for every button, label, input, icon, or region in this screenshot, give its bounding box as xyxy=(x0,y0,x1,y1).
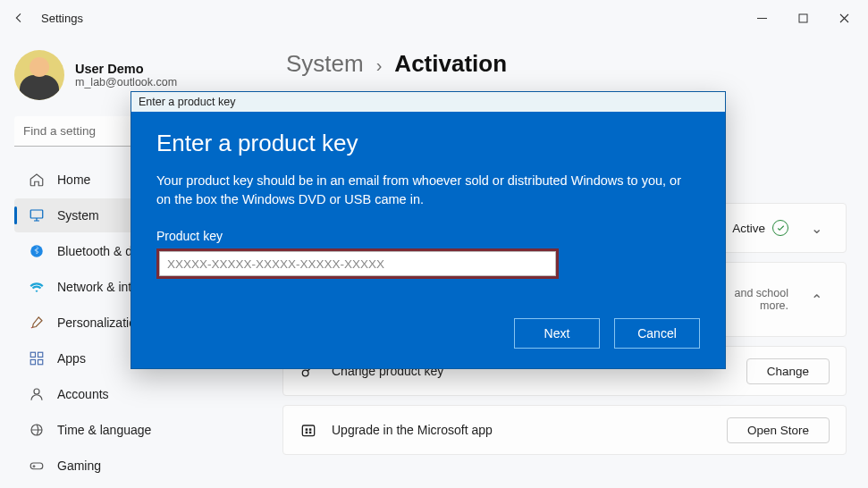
enter-product-key-dialog: Enter a product key Enter a product key … xyxy=(131,91,726,369)
settings-window: Settings User Demo m_lab@outlook.com xyxy=(0,0,868,488)
open-store-button[interactable]: Open Store xyxy=(727,417,830,443)
user-email: m_lab@outlook.com xyxy=(75,76,177,88)
store-upgrade-card: Upgrade in the Microsoft app Open Store xyxy=(282,405,847,455)
svg-rect-1 xyxy=(799,14,807,22)
svg-rect-2 xyxy=(30,210,43,218)
svg-rect-15 xyxy=(306,432,308,434)
breadcrumb-parent[interactable]: System xyxy=(286,50,364,78)
breadcrumb: System › Activation xyxy=(286,50,847,78)
change-button[interactable]: Change xyxy=(746,358,830,384)
product-key-input[interactable] xyxy=(159,251,556,276)
svg-rect-14 xyxy=(309,428,312,431)
dialog-heading: Enter a product key xyxy=(156,130,700,157)
breadcrumb-separator: › xyxy=(376,55,383,76)
svg-rect-13 xyxy=(306,428,308,431)
sidebar-item-time[interactable]: Time & language xyxy=(14,413,259,447)
globe-clock-icon xyxy=(29,422,45,438)
app-title: Settings xyxy=(41,12,83,25)
apps-icon xyxy=(29,350,45,366)
svg-rect-10 xyxy=(30,463,43,469)
sidebar-item-label: Home xyxy=(57,172,90,187)
sidebar-item-accounts[interactable]: Accounts xyxy=(14,377,259,411)
home-icon xyxy=(29,172,45,188)
svg-rect-7 xyxy=(38,360,43,365)
close-button[interactable] xyxy=(823,0,864,36)
sidebar-item-label: Apps xyxy=(57,351,86,366)
gaming-icon xyxy=(29,458,45,474)
sidebar-item-label: Accounts xyxy=(57,387,109,401)
back-button[interactable] xyxy=(4,3,34,33)
maximize-button[interactable] xyxy=(782,0,823,36)
svg-rect-0 xyxy=(757,18,767,19)
dialog-title: Enter a product key xyxy=(131,92,725,112)
sidebar-item-gaming[interactable]: Gaming xyxy=(14,449,259,483)
cancel-button[interactable]: Cancel xyxy=(614,318,700,349)
svg-rect-5 xyxy=(38,352,43,357)
status-value: Active xyxy=(732,222,765,235)
svg-rect-16 xyxy=(309,432,312,434)
breadcrumb-current: Activation xyxy=(394,50,507,78)
account-info-text: and school more. xyxy=(735,287,788,312)
svg-rect-6 xyxy=(30,360,35,365)
paintbrush-icon xyxy=(29,315,45,331)
store-icon xyxy=(299,421,317,439)
product-key-input-highlight xyxy=(156,248,559,279)
chevron-down-icon[interactable]: ⌄ xyxy=(803,220,830,237)
product-key-label: Product key xyxy=(156,229,700,243)
sidebar-item-label: Time & language xyxy=(57,423,151,437)
accounts-icon xyxy=(29,386,45,402)
sidebar-item-label: System xyxy=(57,208,99,223)
dialog-body-text: Your product key should be in an email f… xyxy=(156,172,693,209)
svg-point-8 xyxy=(34,389,39,394)
minimize-button[interactable] xyxy=(741,0,782,36)
sidebar-item-label: Gaming xyxy=(57,459,101,473)
next-button[interactable]: Next xyxy=(514,318,600,349)
chevron-up-icon[interactable]: ⌃ xyxy=(803,291,830,308)
wifi-icon xyxy=(29,279,45,295)
status-badge: Active xyxy=(732,220,788,236)
avatar xyxy=(14,50,64,100)
check-icon xyxy=(772,220,788,236)
svg-rect-4 xyxy=(30,352,35,357)
store-upgrade-label: Upgrade in the Microsoft app xyxy=(332,423,493,437)
bluetooth-icon xyxy=(29,243,45,259)
user-name: User Demo xyxy=(75,62,177,76)
svg-rect-12 xyxy=(302,425,314,436)
system-icon xyxy=(29,207,45,223)
svg-point-11 xyxy=(302,370,308,376)
titlebar: Settings xyxy=(0,0,868,36)
